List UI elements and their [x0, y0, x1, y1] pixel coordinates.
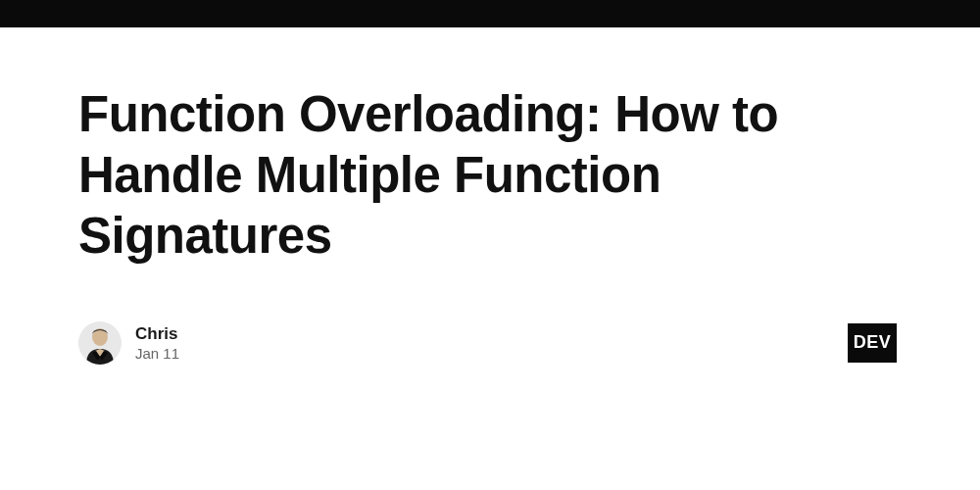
- article-title: Function Overloading: How to Handle Mult…: [78, 84, 902, 268]
- author-avatar[interactable]: [78, 321, 122, 365]
- author-info: Chris Jan 11: [135, 324, 179, 362]
- article-meta-row: Chris Jan 11 DEV: [78, 321, 902, 365]
- header-bar: [0, 0, 980, 27]
- article-content: Function Overloading: How to Handle Mult…: [0, 27, 980, 365]
- dev-logo-badge[interactable]: DEV: [848, 323, 897, 363]
- author-name[interactable]: Chris: [135, 324, 179, 344]
- author-block[interactable]: Chris Jan 11: [78, 321, 179, 365]
- post-date: Jan 11: [135, 345, 179, 362]
